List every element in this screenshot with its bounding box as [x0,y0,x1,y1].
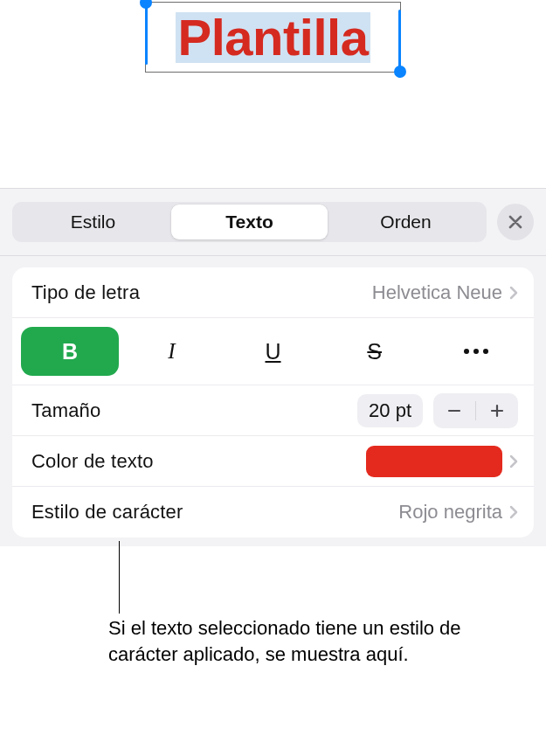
more-icon [464,349,488,354]
canvas: Plantilla [0,0,546,188]
size-decrease-button[interactable] [433,393,475,428]
textbox-text[interactable]: Plantilla [176,12,371,63]
strikethrough-button[interactable]: S [326,327,424,376]
minus-icon [446,403,462,419]
size-value[interactable]: 20 pt [357,394,423,427]
font-label: Tipo de letra [31,281,140,304]
character-style-row[interactable]: Estilo de carácter Rojo negrita [12,487,534,538]
text-options-card: Tipo de letra Helvetica Neue B I U S Tam… [12,267,534,538]
text-color-label: Color de texto [31,450,154,473]
inspector-segmented-control[interactable]: Estilo Texto Orden [12,202,487,242]
underline-button[interactable]: U [224,327,321,376]
format-inspector-panel: Estilo Texto Orden Tipo de letra Helveti… [0,188,546,546]
more-options-button[interactable] [427,327,525,376]
close-icon [508,215,522,229]
size-increase-button[interactable] [476,393,518,428]
inspector-tabbar: Estilo Texto Orden [0,189,546,256]
plus-icon [489,403,505,419]
callout-leader-line [119,541,120,614]
tab-text[interactable]: Texto [171,205,328,239]
tab-order[interactable]: Orden [328,205,484,239]
callout-annotation: Si el texto seleccionado tiene un estilo… [108,605,467,667]
font-value: Helvetica Neue [372,281,502,304]
character-style-value: Rojo negrita [398,501,502,524]
chevron-right-icon [509,286,518,300]
text-color-row[interactable]: Color de texto [12,436,534,487]
character-style-label: Estilo de carácter [31,501,183,524]
callout-text: Si el texto seleccionado tiene un estilo… [108,605,467,667]
font-row[interactable]: Tipo de letra Helvetica Neue [12,267,534,318]
italic-button[interactable]: I [122,327,220,376]
tab-style[interactable]: Estilo [15,205,171,239]
bold-button[interactable]: B [21,327,119,376]
size-stepper [433,393,518,428]
text-color-swatch[interactable] [366,446,502,477]
selected-textbox[interactable]: Plantilla [145,2,401,73]
selection-handle-bottom-right[interactable] [394,66,406,78]
text-style-row: B I U S [12,318,534,385]
close-button[interactable] [497,204,534,240]
size-row: Tamaño 20 pt [12,385,534,436]
selection-cursor-left[interactable] [145,0,148,65]
chevron-right-icon [509,454,518,468]
chevron-right-icon [509,505,518,519]
size-label: Tamaño [31,399,100,422]
